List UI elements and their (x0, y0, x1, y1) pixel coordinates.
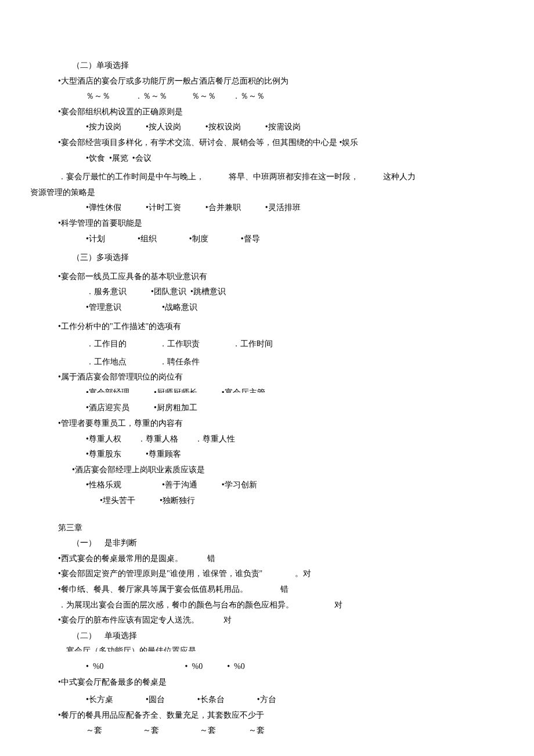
q-text: 资源管理的策略是 (30, 185, 476, 201)
q-text: •酒店宴会部经理上岗职业素质应该是 (72, 462, 476, 478)
ch3-sec2-heading: （二） 单项选择 (72, 628, 476, 644)
q-options: •宴会部经理 •厨师厨师长 •宴会厅主管 (86, 385, 476, 401)
q-options: •尊重股东 •尊重顾客 (86, 447, 476, 462)
q-text: •宴会部经营项目多样化，有学术交流、研讨会、展销会等，但其围绕的中心是 •娱乐 (58, 135, 476, 151)
q-text: •科学管理的首要职能是 (58, 216, 476, 231)
q-options: ．服务意识 •团队意识 •跳槽意识 (86, 284, 476, 300)
q-options: ～套 ～套 ～套 ～套 (86, 723, 476, 739)
q-options: •尊重人权 ．尊重人格 ．尊重人性 (86, 432, 476, 447)
ch3-sec1-heading: （一） 是非判断 (72, 536, 476, 551)
q-text: •餐厅的餐具用品应配备齐全、数量充足，其套数应不少于 (58, 708, 476, 724)
q-options: •性格乐观 •善于沟通 •学习创新 (86, 478, 476, 493)
q-options: •弹性休假 •计时工资 •合并兼职 •灵活排班 (86, 200, 476, 216)
section-3-heading: （三）多项选择 (72, 250, 476, 266)
q-text: •宴会部一线员工应具备的基本职业意识有 (58, 269, 476, 285)
q-options: •按力设岗 •按人设岗 •按权设岗 •按需设岗 (86, 120, 476, 135)
tf-item: •宴会厅的脏布件应该有固定专人送洗。 对 (58, 613, 476, 628)
q-options: •长方桌 •圆台 •长条台 •方台 (86, 692, 476, 708)
q-text: ．宴会厅（多功能厅）的最佳位置应是 (58, 643, 476, 659)
q-text: •宴会部组织机构设置的正确原则是 (58, 104, 476, 120)
q-options: ．工作地点 ．聘任条件 (86, 355, 476, 370)
q-text: •工作分析中的"工作描述"的选项有 (58, 319, 476, 335)
q-text: •大型酒店的宴会厅或多功能厅房一般占酒店餐厅总面积的比例为 (58, 74, 476, 89)
q-options: •饮食 •展览 •会议 (86, 151, 476, 167)
q-text: •属于酒店宴会部管理职位的岗位有 (58, 370, 476, 385)
tf-item: •宴会部固定资产的管理原则是"谁使用，谁保管，谁负责" 。对 (58, 566, 476, 582)
tf-item: ．为展现出宴会台面的层次感，餐巾的颜色与台布的颜色应相异。 对 (58, 598, 476, 613)
q-options: ％～％ ．％～％ ％～％ ．％～％ (86, 89, 476, 104)
tf-item: •西式宴会的餐桌最常用的是圆桌。 错 (58, 551, 476, 567)
q-text: •管理者要尊重员工，尊重的内容有 (58, 416, 476, 432)
q-options: ．工作目的 ．工作职责 ．工作时间 (86, 337, 476, 352)
section-2-heading: （二）单项选择 (72, 58, 476, 74)
q-options: • %0 • %0 • %0 (86, 659, 476, 675)
q-options: •酒店迎宾员 •厨房粗加工 (86, 400, 476, 416)
q-options: •埋头苦干 •独断独行 (100, 493, 476, 509)
q-options: •管理意识 •战略意识 (86, 300, 476, 316)
q-text: •中式宴会厅配备最多的餐桌是 (58, 675, 476, 690)
tf-item: •餐巾纸、餐具、餐厅家具等属于宴会低值易耗用品。 错 (58, 582, 476, 598)
chapter-3-title: 第三章 (58, 520, 476, 536)
q-options: •计划 •组织 •制度 •督导 (86, 231, 476, 247)
q-text: ．宴会厅最忙的工作时间是中午与晚上， 将早、中班两班都安排在这一时段， 这种人力 (58, 169, 476, 185)
